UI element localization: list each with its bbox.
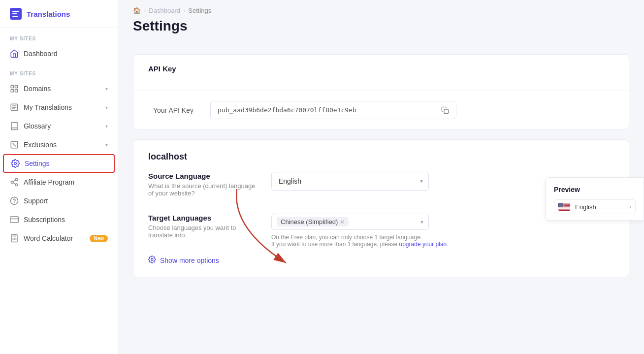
help-circle-icon xyxy=(10,196,19,205)
book-icon xyxy=(10,122,19,130)
credit-card-icon xyxy=(10,215,19,224)
preview-panel: Preview ★★★★★★ ★★★★ xyxy=(546,177,644,221)
tag-label: Chinese (Simplified) xyxy=(281,218,338,225)
source-language-select[interactable]: English French German Spanish xyxy=(271,172,429,191)
svg-rect-0 xyxy=(11,85,13,88)
source-language-desc: What is the source (current) language of… xyxy=(148,182,257,197)
preview-language-item[interactable]: ★★★★★★ ★★★★★ ★★★★★★ ★★★★★ English › xyxy=(554,199,636,214)
sidebar-item-label: Word Calculator xyxy=(24,234,73,242)
settings-icon xyxy=(11,159,20,168)
svg-rect-37 xyxy=(558,210,570,210)
preview-chevron-icon: › xyxy=(629,203,631,210)
svg-point-10 xyxy=(14,162,17,165)
chevron-down-icon: ▾ xyxy=(105,142,108,148)
svg-rect-35 xyxy=(558,207,570,208)
preview-title: Preview xyxy=(554,186,636,193)
target-language-select-wrap[interactable]: Chinese (Simplified) ✕ ▾ xyxy=(271,214,429,230)
api-key-label: Your API Key xyxy=(153,106,202,114)
sidebar-item-my-translations[interactable]: My Translations ▾ xyxy=(0,98,118,117)
breadcrumb-dashboard[interactable]: Dashboard xyxy=(149,7,180,14)
my-sites-label: MY SITES xyxy=(0,28,118,44)
sidebar-item-affiliate[interactable]: Affiliate Program xyxy=(0,173,118,192)
svg-rect-36 xyxy=(558,208,570,209)
home-icon xyxy=(10,49,19,58)
source-language-left: Source Language What is the source (curr… xyxy=(148,172,257,202)
calculator-icon xyxy=(10,234,19,243)
sidebar: Translations MY SITES Dashboard MY SITES… xyxy=(0,0,118,354)
chinese-simplified-tag: Chinese (Simplified) ✕ xyxy=(277,217,349,226)
svg-point-29 xyxy=(151,258,153,260)
api-key-row: Your API Key xyxy=(133,91,629,129)
sidebar-item-label: Domains xyxy=(24,85,51,93)
api-key-input[interactable] xyxy=(211,101,434,119)
show-more-options-link[interactable]: Show more options xyxy=(148,256,614,265)
sidebar-logo: Translations xyxy=(0,0,118,28)
logo-text: Translations xyxy=(27,10,70,18)
grid-icon xyxy=(10,84,19,93)
upgrade-plan-link[interactable]: upgrade your plan xyxy=(399,241,447,248)
chevron-down-icon: ▾ xyxy=(105,105,108,110)
svg-rect-3 xyxy=(15,90,18,92)
page-title: Settings xyxy=(118,18,644,44)
target-language-chevron-icon: ▾ xyxy=(420,219,423,225)
api-key-title: API Key xyxy=(148,64,614,73)
sidebar-item-label: Settings xyxy=(25,160,50,167)
logo-icon xyxy=(10,8,22,20)
target-languages-row: Target Languages Choose languages you wa… xyxy=(148,214,614,248)
svg-line-14 xyxy=(13,183,15,184)
source-language-label: Source Language xyxy=(148,172,257,180)
hint-end: . xyxy=(447,241,448,248)
svg-rect-1 xyxy=(15,85,18,88)
svg-line-9 xyxy=(13,143,16,146)
api-key-copy-button[interactable] xyxy=(434,102,456,118)
main-inner: 🏠 › Dashboard › Settings Settings API Ke… xyxy=(118,0,644,307)
api-key-input-wrap xyxy=(210,101,456,119)
target-languages-left: Target Languages Choose languages you wa… xyxy=(148,214,257,244)
sidebar-item-label: My Translations xyxy=(24,103,72,111)
main-content: 🏠 › Dashboard › Settings Settings API Ke… xyxy=(118,0,644,354)
svg-line-15 xyxy=(13,180,15,182)
api-key-card: API Key Your API Key xyxy=(133,54,629,129)
api-key-section: API Key xyxy=(133,55,629,91)
tag-remove-button[interactable]: ✕ xyxy=(340,219,345,225)
sidebar-item-subscriptions[interactable]: Subscriptions xyxy=(0,210,118,229)
sidebar-item-label: Support xyxy=(24,197,48,205)
sidebar-item-label: Subscriptions xyxy=(24,216,65,224)
site-name: localhost xyxy=(148,152,614,162)
file-text-icon xyxy=(10,103,19,112)
hint-line2: If you want to use more than 1 language,… xyxy=(271,241,399,248)
sidebar-item-support[interactable]: Support xyxy=(0,192,118,210)
my-sites-section: MY SITES xyxy=(0,63,118,79)
sidebar-item-label: Affiliate Program xyxy=(24,178,74,186)
sidebar-item-label: Dashboard xyxy=(24,50,58,58)
sidebar-item-exclusions[interactable]: Exclusions ▾ xyxy=(0,135,118,154)
hint-line1: On the Free plan, you can only choose 1 … xyxy=(271,234,422,241)
sidebar-item-word-calculator[interactable]: Word Calculator New xyxy=(0,229,118,248)
slash-icon xyxy=(10,140,19,149)
sidebar-item-settings[interactable]: Settings xyxy=(3,154,115,173)
show-more-label: Show more options xyxy=(160,257,219,264)
title-divider xyxy=(118,44,644,44)
source-language-row: Source Language What is the source (curr… xyxy=(148,172,614,202)
sidebar-item-glossary[interactable]: Glossary ▾ xyxy=(0,117,118,135)
preview-lang-name: English xyxy=(575,203,624,211)
us-flag-icon: ★★★★★★ ★★★★★ ★★★★★★ ★★★★★ xyxy=(558,203,570,211)
home-breadcrumb: 🏠 xyxy=(133,7,141,14)
svg-rect-28 xyxy=(444,109,449,114)
target-languages-desc: Choose languages you want to translate i… xyxy=(148,224,257,239)
chevron-down-icon: ▾ xyxy=(105,86,108,92)
sidebar-item-label: Glossary xyxy=(24,122,51,130)
target-languages-label: Target Languages xyxy=(148,214,257,222)
chevron-down-icon: ▾ xyxy=(105,124,108,129)
sidebar-item-domains[interactable]: Domains ▾ xyxy=(0,79,118,98)
breadcrumb: 🏠 › Dashboard › Settings xyxy=(118,0,644,18)
breadcrumb-settings: Settings xyxy=(188,7,211,14)
svg-rect-2 xyxy=(11,90,13,92)
sidebar-item-dashboard[interactable]: Dashboard xyxy=(0,44,118,63)
new-badge: New xyxy=(90,235,108,242)
sidebar-item-label: Exclusions xyxy=(24,141,57,149)
svg-rect-18 xyxy=(10,217,19,223)
gear-icon xyxy=(148,256,156,265)
share-icon xyxy=(10,178,19,187)
source-language-select-wrap: English French German Spanish ▾ xyxy=(271,172,429,191)
